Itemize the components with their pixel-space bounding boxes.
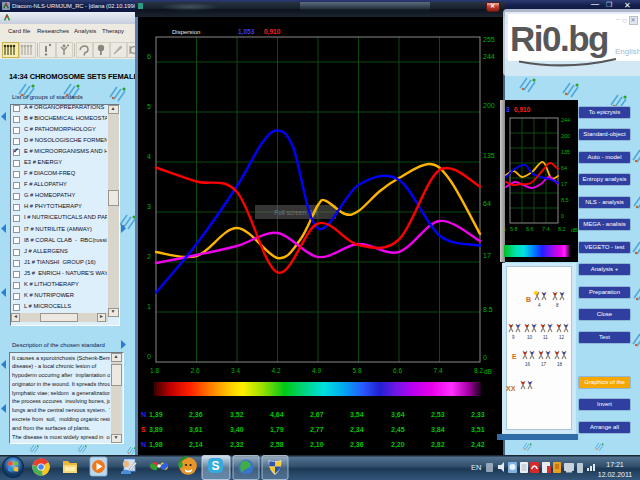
svg-text:12.02.2011: 12.02.2011 [598, 471, 633, 478]
svg-text:17:21: 17:21 [606, 461, 624, 468]
svg-text:EN: EN [471, 463, 481, 472]
svg-text:S: S [211, 459, 219, 473]
